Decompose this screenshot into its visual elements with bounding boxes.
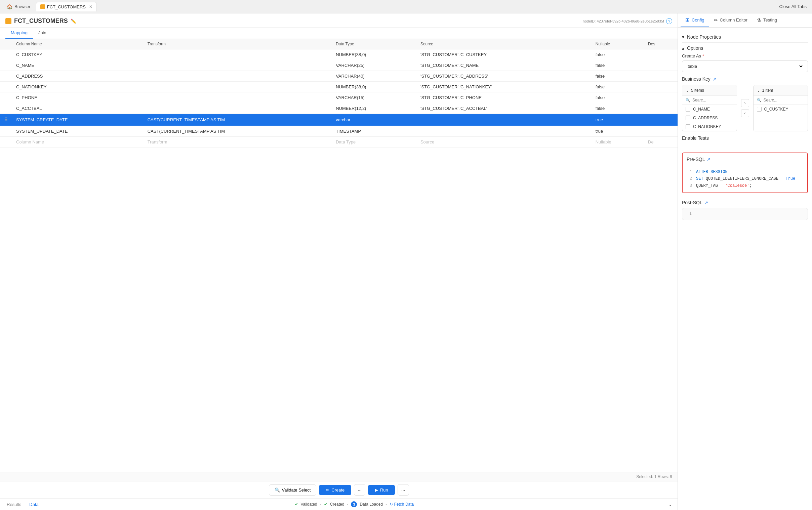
- caddress-checkbox[interactable]: [686, 116, 690, 120]
- biz-key-item-caddress[interactable]: C_ADDRESS: [682, 114, 737, 122]
- col-header-datatype: Data Type: [332, 39, 416, 50]
- create-more-button[interactable]: ···: [354, 484, 365, 496]
- data-tab[interactable]: Data: [28, 502, 40, 507]
- cnationkey-label: C_NATIONKEY: [693, 124, 721, 129]
- cell-transform: [144, 50, 332, 60]
- table-row[interactable]: C_ADDRESSVARCHAR(40)'STG_CUSTOMER'.'C_AD…: [0, 71, 677, 82]
- empty-cell-type: Data Type: [332, 137, 416, 148]
- node-properties-label: Node Properties: [687, 34, 721, 40]
- empty-cell-source: Source: [416, 137, 591, 148]
- post-sql-external-link-icon[interactable]: ↗: [704, 200, 708, 205]
- create-as-select-container[interactable]: table view transient table: [682, 60, 808, 72]
- tab-close-icon[interactable]: ✕: [89, 4, 92, 9]
- options-label: Options: [687, 46, 703, 51]
- business-key-right-box: ⌄ 1 item 🔍 C_CUSTKEY: [753, 85, 808, 131]
- cell-name: SYSTEM_UPDATE_DATE: [12, 126, 144, 137]
- right-box-header: ⌄ 1 item: [754, 85, 808, 96]
- post-sql-header: Post-SQL ↗: [682, 197, 808, 208]
- pre-sql-code-area[interactable]: 1 ALTER SESSION 2 SET QUOTED_IDENTIFIERS…: [683, 165, 807, 192]
- left-box-header: ⌄ 5 items: [682, 85, 737, 96]
- create-as-group: Create As * table view transient table: [682, 53, 808, 72]
- cell-name: C_NATIONKEY: [12, 82, 144, 92]
- drag-handle: [0, 92, 12, 103]
- validate-select-button[interactable]: 🔍 Validate Select: [269, 484, 317, 496]
- table-row[interactable]: C_CUSTKEYNUMBER(38,0)'STG_CUSTOMER'.'C_C…: [0, 50, 677, 60]
- cell-type: VARCHAR(15): [332, 92, 416, 103]
- cell-source: 'STG_CUSTOMER'.'C_CUSTKEY': [416, 50, 591, 60]
- cell-source: 'STG_CUSTOMER'.'C_PHONE': [416, 92, 591, 103]
- bottom-info: Selected: 1 Rows: 9: [0, 472, 677, 481]
- tab-column-editor[interactable]: ✏ Column Editor: [709, 13, 752, 27]
- cell-nullable: false: [591, 71, 644, 82]
- right-panel: ⊞ Config ✏ Column Editor ⚗ Testing ▾ Nod…: [677, 13, 812, 510]
- table-row[interactable]: C_NAMEVARCHAR(25)'STG_CUSTOMER'.'C_NAME'…: [0, 60, 677, 71]
- cell-des: [644, 60, 677, 71]
- right-box-search-input[interactable]: [763, 98, 805, 102]
- cell-type: TIMESTAMP: [332, 126, 416, 137]
- left-box-search-input[interactable]: [692, 98, 733, 102]
- business-key-group: Business Key ↗ ⌄ 5 items 🔍: [682, 76, 808, 131]
- pre-sql-header: Pre-SQL ↗: [683, 153, 807, 165]
- external-link-icon[interactable]: ↗: [713, 77, 716, 82]
- close-all-tabs-button[interactable]: Close All Tabs: [777, 3, 809, 10]
- right-box-count: 1 item: [762, 88, 773, 93]
- ccustkey-checkbox[interactable]: [757, 107, 761, 112]
- config-icon: ⊞: [685, 17, 690, 23]
- cnationkey-checkbox[interactable]: [686, 124, 690, 129]
- cname-checkbox[interactable]: [686, 107, 690, 112]
- results-tab[interactable]: Results: [5, 502, 23, 507]
- edit-icon[interactable]: ✏️: [70, 19, 76, 24]
- tab-join[interactable]: Join: [33, 28, 52, 39]
- status-bar: Results Data ✔ Validated - ✔ Created - 3…: [0, 498, 677, 510]
- run-button[interactable]: ▶ Run: [368, 485, 395, 495]
- cell-transform: [144, 103, 332, 114]
- create-as-select[interactable]: table view transient table: [686, 63, 804, 69]
- transfer-left-button[interactable]: ‹: [741, 109, 749, 117]
- table-row[interactable]: C_PHONEVARCHAR(15)'STG_CUSTOMER'.'C_PHON…: [0, 92, 677, 103]
- code-content-3: QUERY_TAG = 'Coalesce';: [696, 182, 752, 189]
- table-row[interactable]: C_NATIONKEYNUMBER(38,0)'STG_CUSTOMER'.'C…: [0, 82, 677, 92]
- left-box-search: 🔍: [682, 96, 737, 105]
- status-separator-1: -: [320, 502, 321, 507]
- cell-des: [644, 92, 677, 103]
- validated-label: Validated: [301, 502, 317, 507]
- post-sql-body[interactable]: 1: [682, 208, 808, 220]
- node-properties-header[interactable]: ▾ Node Properties: [682, 32, 808, 43]
- caddress-label: C_ADDRESS: [693, 116, 718, 120]
- transfer-right-button[interactable]: ›: [741, 99, 749, 107]
- help-icon[interactable]: ?: [666, 18, 672, 24]
- node-icon: [5, 18, 11, 24]
- cell-type: varchar: [332, 114, 416, 126]
- pre-sql-external-link-icon[interactable]: ↗: [707, 157, 710, 162]
- table-row[interactable]: ⠿SYSTEM_CREATE_DATECAST(CURRENT_TIMESTAM…: [0, 114, 677, 126]
- table-row[interactable]: SYSTEM_UPDATE_DATECAST(CURRENT_TIMESTAMP…: [0, 126, 677, 137]
- node-header: FCT_CUSTOMERS ✏️ nodeID: 4237efef-392c-4…: [0, 13, 677, 28]
- left-panel: FCT_CUSTOMERS ✏️ nodeID: 4237efef-392c-4…: [0, 13, 677, 510]
- business-key-header: Business Key ↗: [682, 76, 808, 82]
- cell-type: VARCHAR(40): [332, 71, 416, 82]
- drag-handle: [0, 82, 12, 92]
- fct-customers-tab[interactable]: FCT_CUSTOMERS ✕: [36, 2, 97, 11]
- tab-config[interactable]: ⊞ Config: [680, 13, 709, 27]
- options-section: ▴ Options Create As * table view transie…: [682, 43, 808, 220]
- cell-name: SYSTEM_CREATE_DATE: [12, 114, 144, 126]
- cell-nullable: false: [591, 60, 644, 71]
- run-more-button[interactable]: ···: [398, 484, 409, 496]
- empty-cell-transform: Transform: [144, 137, 332, 148]
- tab-mapping[interactable]: Mapping: [5, 28, 33, 39]
- create-button[interactable]: ✏ Create: [319, 485, 351, 495]
- biz-key-item-cnationkey[interactable]: C_NATIONKEY: [682, 122, 737, 131]
- browser-tab[interactable]: 🏠 Browser: [3, 2, 35, 11]
- chevron-down-icon[interactable]: ⌄: [668, 502, 672, 507]
- home-icon: 🏠: [7, 4, 12, 9]
- options-header[interactable]: ▴ Options: [682, 43, 808, 53]
- biz-key-item-ccustkey[interactable]: C_CUSTKEY: [754, 105, 808, 114]
- empty-cell-des: De: [644, 137, 677, 148]
- biz-key-item-cname[interactable]: C_NAME: [682, 105, 737, 114]
- fetch-data-link[interactable]: ↻ Fetch Data: [389, 502, 414, 507]
- cell-transform: [144, 82, 332, 92]
- table-row[interactable]: C_ACCTBALNUMBER(12,2)'STG_CUSTOMER'.'C_A…: [0, 103, 677, 114]
- data-loaded-label: Data Loaded: [359, 502, 383, 507]
- enable-tests-label: Enable Tests: [682, 136, 808, 141]
- tab-testing[interactable]: ⚗ Testing: [752, 13, 782, 27]
